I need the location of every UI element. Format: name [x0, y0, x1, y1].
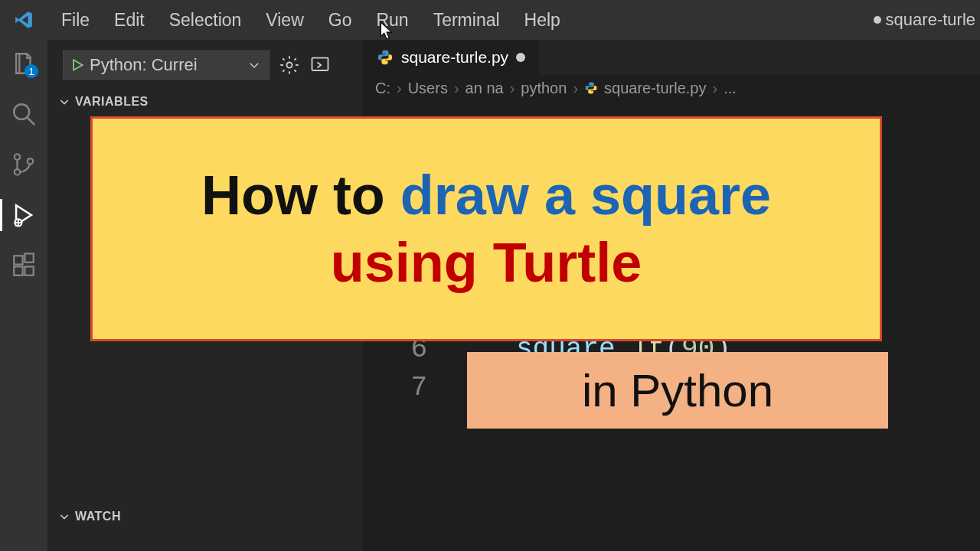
dirty-indicator-icon — [516, 53, 525, 62]
activity-run-debug[interactable] — [11, 202, 37, 228]
overlay-text: using Turtle — [331, 231, 642, 294]
overlay-text: draw a square — [400, 165, 771, 226]
debug-alt-icon — [309, 54, 331, 76]
menu-selection[interactable]: Selection — [157, 10, 254, 31]
menu-file[interactable]: File — [49, 10, 102, 31]
overlay-text: How to — [201, 165, 400, 226]
tab-filename: square-turle.py — [401, 48, 508, 67]
python-file-icon — [377, 49, 394, 66]
variables-label: VARIABLES — [75, 95, 149, 109]
svg-rect-8 — [14, 256, 22, 264]
watch-label: WATCH — [75, 510, 121, 523]
chevron-down-icon — [58, 96, 70, 108]
debug-config-selector[interactable]: Python: Currei — [63, 51, 270, 80]
editor-tab-bar: square-turle.py — [363, 40, 980, 75]
editor-tab-active[interactable]: square-turle.py — [363, 40, 539, 75]
variables-section-header[interactable]: VARIABLES — [47, 90, 363, 113]
breadcrumb-seg: python — [521, 80, 567, 97]
menu-terminal[interactable]: Terminal — [421, 10, 512, 31]
overlay-text: in Python — [582, 364, 773, 417]
line-number: 7 — [363, 369, 427, 407]
title-bar: File Edit Selection View Go Run Terminal… — [0, 0, 980, 40]
breadcrumb-seg: ... — [724, 80, 737, 97]
breadcrumb[interactable]: C:› Users› an na› python› square-turle.p… — [363, 75, 980, 101]
menu-help[interactable]: Help — [512, 10, 573, 31]
debug-config-label: Python: Currei — [90, 55, 243, 75]
svg-point-4 — [28, 158, 33, 164]
vscode-logo-icon — [14, 10, 34, 30]
debug-toolbar: Python: Currei — [47, 47, 363, 90]
svg-point-2 — [15, 154, 20, 159]
python-file-icon — [584, 81, 598, 95]
watch-section-header[interactable]: WATCH — [47, 505, 363, 528]
svg-point-0 — [14, 104, 29, 119]
modified-dot-icon — [874, 16, 881, 24]
breadcrumb-seg: an na — [466, 80, 504, 97]
chevron-down-icon — [247, 58, 261, 72]
activity-explorer[interactable]: 1 — [11, 51, 37, 77]
menu-run[interactable]: Run — [364, 10, 420, 31]
menu-view[interactable]: View — [253, 10, 315, 31]
svg-rect-11 — [24, 253, 33, 262]
breadcrumb-seg: Users — [408, 80, 448, 97]
menu-edit[interactable]: Edit — [102, 10, 157, 31]
svg-point-12 — [287, 63, 292, 68]
breadcrumb-seg: square-turle.py — [604, 80, 706, 97]
play-icon — [70, 57, 85, 73]
overlay-subtitle-banner: in Python — [467, 352, 888, 429]
explorer-badge: 1 — [24, 64, 38, 78]
activity-extensions[interactable] — [11, 253, 37, 279]
svg-rect-10 — [24, 266, 33, 275]
menu-bar: File Edit Selection View Go Run Terminal… — [49, 10, 573, 31]
debug-console-button[interactable] — [309, 54, 331, 76]
svg-rect-9 — [14, 266, 22, 275]
window-title: square-turle — [874, 10, 980, 30]
menu-go[interactable]: Go — [316, 10, 364, 31]
svg-point-3 — [15, 169, 20, 174]
activity-source-control[interactable] — [11, 152, 37, 178]
breadcrumb-seg: C: — [375, 80, 390, 97]
debug-settings-button[interactable] — [279, 54, 300, 76]
window-title-text: square-turle — [886, 10, 975, 30]
gear-icon — [279, 54, 300, 76]
activity-bar: 1 — [0, 40, 47, 551]
svg-line-1 — [27, 117, 34, 125]
overlay-title-banner: How to draw a square using Turtle — [90, 116, 882, 341]
chevron-down-icon — [58, 510, 70, 523]
activity-search[interactable] — [11, 101, 37, 127]
